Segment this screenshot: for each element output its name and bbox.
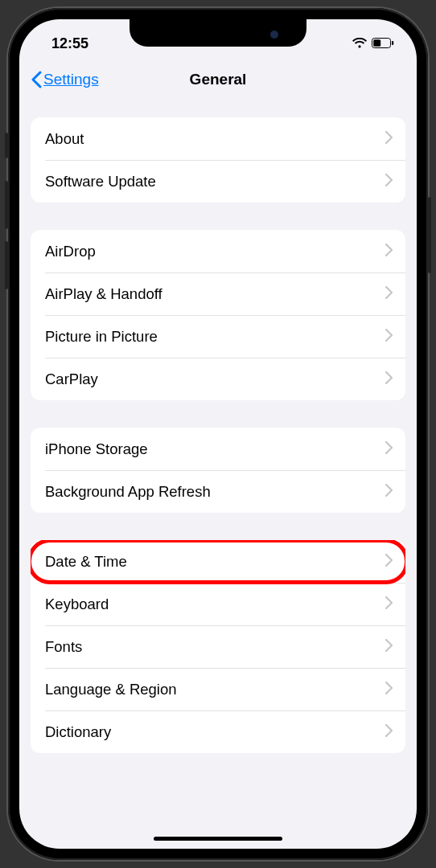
row-label: iPhone Storage bbox=[45, 440, 385, 458]
chevron-right-icon bbox=[385, 244, 393, 260]
chevron-right-icon bbox=[385, 484, 393, 500]
row-language-region[interactable]: Language & Region bbox=[31, 668, 405, 710]
nav-header: Settings General bbox=[19, 59, 417, 100]
mute-switch bbox=[5, 133, 8, 158]
chevron-right-icon bbox=[385, 329, 393, 345]
row-keyboard[interactable]: Keyboard bbox=[31, 583, 405, 625]
row-airplay-handoff[interactable]: AirPlay & Handoff bbox=[31, 272, 405, 315]
phone-frame: 12:55 Settings General AboutSoftware Upd… bbox=[8, 8, 428, 860]
svg-rect-1 bbox=[373, 39, 380, 47]
status-time: 12:55 bbox=[51, 35, 88, 52]
row-label: Date & Time bbox=[45, 553, 385, 571]
settings-group: Date & TimeKeyboardFontsLanguage & Regio… bbox=[31, 540, 405, 753]
power-button bbox=[428, 197, 431, 273]
home-indicator[interactable] bbox=[154, 837, 282, 841]
chevron-right-icon bbox=[385, 724, 393, 740]
row-about[interactable]: About bbox=[31, 117, 405, 160]
back-label: Settings bbox=[43, 71, 99, 88]
chevron-right-icon bbox=[385, 174, 393, 190]
row-fonts[interactable]: Fonts bbox=[31, 625, 405, 668]
row-label: Picture in Picture bbox=[45, 328, 385, 346]
settings-content: AboutSoftware UpdateAirDropAirPlay & Han… bbox=[19, 100, 417, 753]
volume-up-button bbox=[5, 181, 8, 229]
row-label: Software Update bbox=[45, 173, 385, 190]
row-background-app-refresh[interactable]: Background App Refresh bbox=[31, 470, 405, 513]
chevron-right-icon bbox=[385, 131, 393, 147]
chevron-left-icon bbox=[31, 71, 42, 88]
row-iphone-storage[interactable]: iPhone Storage bbox=[31, 428, 405, 470]
status-indicators bbox=[352, 35, 394, 52]
row-dictionary[interactable]: Dictionary bbox=[31, 710, 405, 753]
screen: 12:55 Settings General AboutSoftware Upd… bbox=[19, 19, 417, 849]
row-label: AirPlay & Handoff bbox=[45, 285, 385, 303]
page-title: General bbox=[190, 71, 247, 88]
row-label: Dictionary bbox=[45, 723, 385, 741]
chevron-right-icon bbox=[385, 682, 393, 698]
row-carplay[interactable]: CarPlay bbox=[31, 358, 405, 400]
row-label: About bbox=[45, 130, 385, 148]
chevron-right-icon bbox=[385, 286, 393, 302]
row-software-update[interactable]: Software Update bbox=[31, 160, 405, 203]
row-label: Language & Region bbox=[45, 681, 385, 698]
battery-icon bbox=[372, 35, 394, 52]
row-label: Background App Refresh bbox=[45, 483, 385, 501]
chevron-right-icon bbox=[385, 441, 393, 457]
settings-group: iPhone StorageBackground App Refresh bbox=[31, 428, 405, 513]
notch bbox=[130, 19, 306, 47]
row-airdrop[interactable]: AirDrop bbox=[31, 230, 405, 272]
row-label: AirDrop bbox=[45, 243, 385, 260]
settings-group: AboutSoftware Update bbox=[31, 117, 405, 203]
volume-down-button bbox=[5, 241, 8, 289]
chevron-right-icon bbox=[385, 639, 393, 655]
chevron-right-icon bbox=[385, 554, 393, 570]
back-button[interactable]: Settings bbox=[31, 71, 99, 88]
row-label: Keyboard bbox=[45, 596, 385, 613]
chevron-right-icon bbox=[385, 596, 393, 612]
row-date-time[interactable]: Date & Time bbox=[31, 540, 405, 583]
row-label: CarPlay bbox=[45, 371, 385, 388]
row-label: Fonts bbox=[45, 638, 385, 656]
svg-rect-2 bbox=[392, 41, 393, 45]
wifi-icon bbox=[352, 35, 367, 52]
row-picture-in-picture[interactable]: Picture in Picture bbox=[31, 315, 405, 358]
chevron-right-icon bbox=[385, 371, 393, 387]
settings-group: AirDropAirPlay & HandoffPicture in Pictu… bbox=[31, 230, 405, 400]
